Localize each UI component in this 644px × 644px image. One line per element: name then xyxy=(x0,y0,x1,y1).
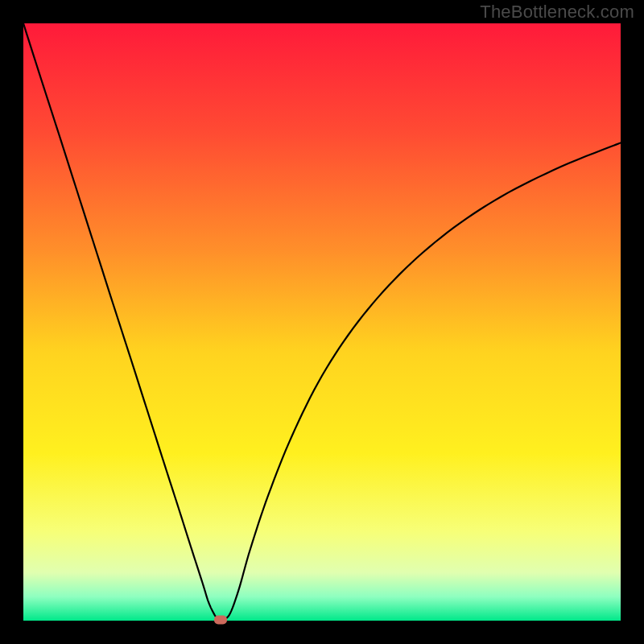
watermark-text: TheBottleneck.com xyxy=(480,2,634,23)
svg-rect-0 xyxy=(23,23,621,621)
chart-frame: TheBottleneck.com xyxy=(0,0,644,644)
optimal-point-marker xyxy=(214,615,227,624)
gradient-background xyxy=(23,23,621,621)
